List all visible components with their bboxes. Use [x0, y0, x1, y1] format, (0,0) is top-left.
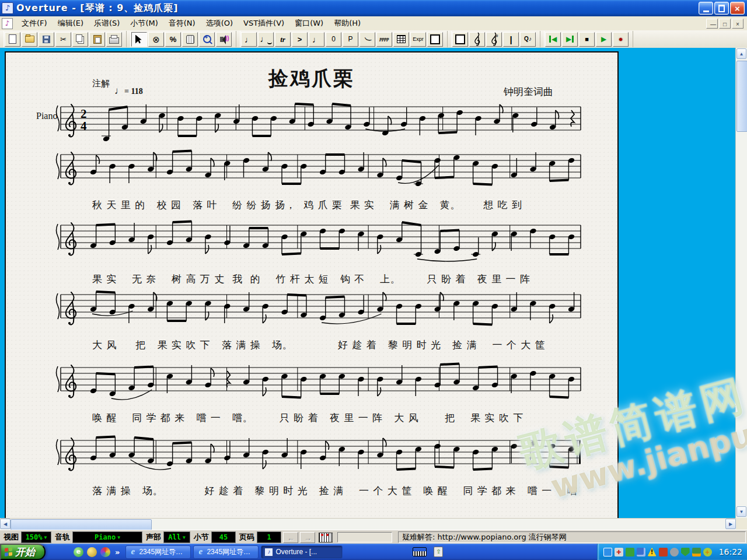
dynamics-button[interactable]: pppp — [376, 32, 392, 47]
prev-page-button[interactable]: ← — [283, 532, 298, 543]
menu-item-3[interactable]: 乐谱(S) — [89, 17, 125, 29]
piano-keyboard-icon[interactable] — [319, 533, 333, 542]
quantize-icon: Q♪ — [524, 36, 532, 42]
tray-network-icon[interactable] — [637, 548, 645, 556]
track-select[interactable]: Piano▼ — [72, 531, 142, 543]
tray-updater-icon[interactable] — [692, 548, 701, 556]
staff-system-1: 24 — [53, 94, 589, 152]
note-tie-button[interactable]: ♩ — [258, 32, 274, 47]
scroll-up-button[interactable]: ▲ — [736, 48, 746, 59]
rect-empty-button[interactable] — [427, 32, 443, 47]
hand-icon — [186, 35, 194, 44]
select-arrow-button[interactable] — [131, 32, 147, 47]
save-button[interactable] — [39, 32, 54, 47]
clef-treble-button[interactable] — [469, 32, 485, 47]
tray-sound-icon[interactable] — [670, 548, 679, 556]
child-minimize-button[interactable]: — — [706, 19, 718, 29]
menu-item-4[interactable]: 小节(M) — [125, 17, 163, 29]
next-page-button[interactable]: → — [300, 532, 315, 543]
note-small-button[interactable]: ♩ — [309, 32, 324, 47]
menu-item-5[interactable]: 音符(N) — [163, 17, 201, 29]
tray-shield-icon[interactable] — [681, 548, 690, 556]
menu-item-8[interactable]: 窗口(W) — [289, 17, 329, 29]
keyboard-layout-icon[interactable] — [413, 547, 427, 556]
view-zoom-select[interactable]: 150%▼ — [21, 531, 51, 543]
play-pause-button[interactable]: ▶ — [562, 32, 578, 47]
hand-button[interactable] — [182, 32, 198, 47]
horizontal-scroll-thumb[interactable] — [11, 519, 152, 530]
zoom-button[interactable] — [199, 32, 215, 47]
paste-button[interactable] — [89, 32, 105, 47]
new-button[interactable] — [5, 32, 20, 47]
barline-button[interactable]: | — [503, 32, 519, 47]
lyrics-line-3: 大 风 把 果 实 吹 下 落 满 操 场。 好 趁 着 黎 明 时 光 捡 满… — [92, 338, 546, 352]
staff-system-5 — [53, 355, 589, 413]
tray-volume-icon[interactable] — [659, 548, 668, 556]
tray-recycle-icon[interactable] — [626, 548, 634, 556]
toolbar-group-notation: ♩♩tr>♩0P(ppppExpr — [240, 31, 448, 47]
open-button[interactable] — [22, 32, 37, 47]
menu-item-1[interactable]: 文件(F) — [16, 17, 53, 29]
page-value: 1 — [257, 531, 281, 543]
pedal-button[interactable]: P — [343, 32, 358, 47]
horizontal-scrollbar[interactable]: ◀ ▶ — [0, 518, 736, 530]
svg-text:4: 4 — [81, 119, 87, 133]
clef-alt-button[interactable]: # — [486, 32, 502, 47]
quantize-button[interactable]: Q♪ — [520, 32, 536, 47]
ie-icon: e — [129, 548, 137, 556]
print-icon — [109, 37, 119, 44]
tray-health-icon[interactable]: ✚ — [615, 548, 623, 556]
record-icon: ● — [619, 36, 623, 43]
copy-button[interactable] — [72, 32, 88, 47]
vertical-scrollbar[interactable]: ▲ ▼ — [735, 48, 747, 518]
taskbar-task-1[interactable]: e2345网址导航－... — [125, 545, 191, 559]
percent-button[interactable]: % — [165, 32, 181, 47]
usb-device-icon[interactable]: ⇪ — [434, 547, 443, 557]
menu-item-6[interactable]: 选项(O) — [201, 17, 238, 29]
title-bar[interactable]: ♪ Overture - [琴谱 : 9、捡鸡爪栗] × — [0, 0, 747, 16]
scroll-down-button[interactable]: ▼ — [736, 506, 746, 517]
play-button[interactable]: ▶ — [596, 32, 612, 47]
print-button[interactable] — [106, 32, 122, 47]
taskbar-task-3[interactable]: ♪Overture - [... — [261, 545, 343, 559]
record-button[interactable]: ● — [613, 32, 629, 47]
quicklaunch-browser-green-icon[interactable]: e — [74, 547, 83, 557]
menu-item-7[interactable]: VST插件(V) — [238, 17, 289, 29]
quicklaunch-gold-icon[interactable] — [87, 547, 97, 557]
tray-plus-icon[interactable]: + — [703, 548, 712, 556]
trill-button[interactable]: tr — [275, 32, 291, 47]
child-restore-button[interactable]: □ — [719, 19, 731, 29]
chevron-down-icon: ▼ — [117, 535, 120, 540]
menu-item-2[interactable]: 编辑(E) — [53, 17, 89, 29]
stop-button[interactable]: ■ — [579, 32, 595, 47]
quicklaunch-pinwheel-icon[interactable] — [100, 547, 110, 557]
tray-warning-icon[interactable]: ! — [648, 548, 657, 556]
new-icon — [9, 34, 16, 44]
rect2-button[interactable] — [452, 32, 468, 47]
note-quarter-button[interactable]: ♩ — [241, 32, 257, 47]
grid-button[interactable] — [393, 32, 409, 47]
skip-start-button[interactable]: ◀ — [545, 32, 561, 47]
close-button[interactable]: × — [730, 2, 745, 15]
restore-button[interactable] — [714, 2, 729, 15]
score-page[interactable]: 注解 ♩= 118 捡鸡爪栗 钟明奎词曲 Piano 秋 天 里 的 校 园 落… — [5, 51, 619, 520]
voice-select[interactable]: All▼ — [163, 531, 190, 543]
expression-button[interactable]: Expr — [410, 32, 426, 47]
eraser-button[interactable]: ⊗ — [148, 32, 164, 47]
start-button[interactable]: 开始 — [0, 544, 46, 560]
zero-button[interactable]: 0 — [326, 32, 341, 47]
minimize-button[interactable] — [699, 2, 713, 15]
taskbar-task-2[interactable]: e2345网址导航－... — [193, 545, 259, 559]
tray-message-icon[interactable] — [603, 548, 612, 556]
speaker-button[interactable] — [216, 32, 232, 47]
vertical-scroll-thumb[interactable] — [736, 61, 747, 132]
child-close-button[interactable]: × — [732, 19, 743, 29]
accent-button[interactable]: > — [292, 32, 308, 47]
scrollbar-corner — [736, 518, 747, 530]
menu-item-9[interactable]: 帮助(H) — [329, 17, 366, 29]
cut-button[interactable]: ✂ — [55, 32, 71, 47]
quicklaunch-overflow-chevron[interactable]: » — [115, 548, 120, 556]
scroll-right-button[interactable]: ▶ — [725, 519, 736, 529]
slur-button[interactable]: ( — [359, 32, 375, 47]
scroll-left-button[interactable]: ◀ — [0, 519, 11, 529]
